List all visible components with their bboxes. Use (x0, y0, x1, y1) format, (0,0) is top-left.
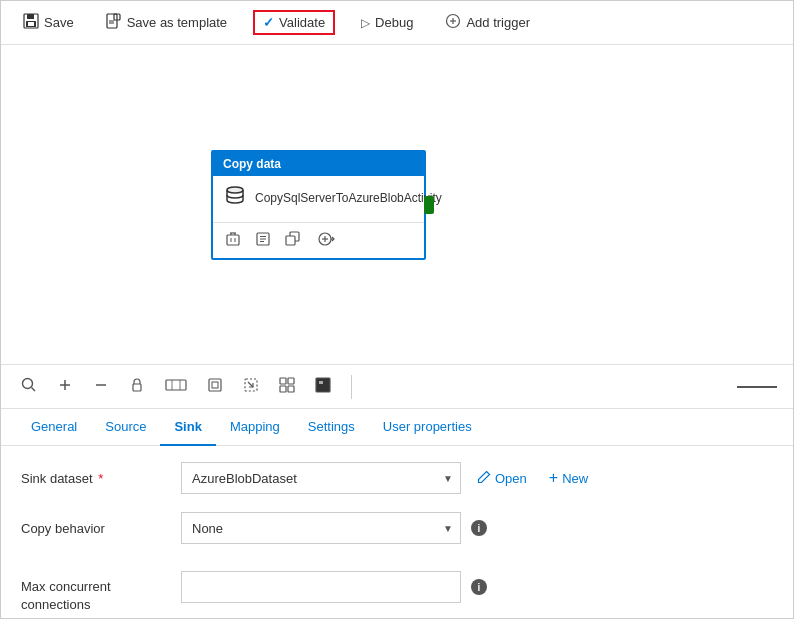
sink-dataset-row: Sink dataset * AzureBlobDataset ▼ (21, 460, 773, 496)
max-concurrent-label: Max concurrent connections (21, 560, 181, 615)
svg-rect-46 (319, 381, 323, 384)
activity-right-connector[interactable] (424, 196, 434, 214)
pencil-icon (477, 470, 491, 487)
svg-rect-43 (280, 386, 286, 392)
svg-rect-37 (209, 379, 221, 391)
pipeline-canvas[interactable]: Copy data CopySqlServerToAzureBlobActivi… (1, 45, 793, 365)
svg-rect-38 (212, 382, 218, 388)
zoom-100-button[interactable] (161, 375, 191, 399)
svg-point-28 (23, 378, 33, 388)
debug-label: Debug (375, 15, 413, 30)
activity-card-header: Copy data (213, 152, 424, 176)
debug-play-icon: ▷ (361, 16, 370, 30)
activity-name: CopySqlServerToAzureBlobActivity (255, 191, 442, 207)
open-dataset-button[interactable]: Open (471, 466, 533, 491)
add-trigger-button[interactable]: Add trigger (439, 9, 536, 36)
new-dataset-button[interactable]: + New (543, 465, 594, 491)
tab-sink[interactable]: Sink (160, 409, 215, 446)
new-label: New (562, 471, 588, 486)
svg-rect-45 (316, 378, 330, 392)
copy-behavior-select[interactable]: None (181, 512, 461, 544)
copy-data-activity-card[interactable]: Copy data CopySqlServerToAzureBlobActivi… (211, 150, 426, 260)
debug-button[interactable]: ▷ Debug (355, 11, 419, 34)
add-trigger-label: Add trigger (466, 15, 530, 30)
bottom-panel: General Source Sink Mapping Settings Use… (1, 409, 793, 619)
database-icon (223, 184, 247, 214)
svg-rect-12 (227, 235, 239, 245)
sink-form: Sink dataset * AzureBlobDataset ▼ (1, 446, 793, 619)
tab-general[interactable]: General (17, 409, 91, 446)
validate-check-icon: ✓ (263, 15, 274, 30)
save-template-icon (106, 13, 122, 32)
save-label: Save (44, 15, 74, 30)
auto-layout-button[interactable] (275, 375, 299, 399)
svg-rect-1 (27, 14, 34, 19)
fit-selection-button[interactable] (239, 375, 263, 399)
svg-line-40 (248, 382, 253, 387)
max-concurrent-controls: i (181, 571, 773, 603)
activity-card-body: CopySqlServerToAzureBlobActivity (213, 176, 424, 222)
sink-dataset-label: Sink dataset * (21, 471, 181, 486)
tab-settings[interactable]: Settings (294, 409, 369, 446)
copy-behavior-row: Copy behavior None ▼ i (21, 510, 773, 546)
delete-activity-button[interactable] (223, 229, 243, 252)
sink-dataset-controls: AzureBlobDataset ▼ Open + New (181, 462, 773, 494)
save-as-template-label: Save as template (127, 15, 227, 30)
copy-behavior-label: Copy behavior (21, 521, 181, 536)
tab-mapping[interactable]: Mapping (216, 409, 294, 446)
zoom-separator (351, 375, 352, 399)
svg-line-29 (32, 387, 36, 391)
zoom-out-button[interactable] (89, 375, 113, 399)
svg-rect-42 (288, 378, 294, 384)
add-new-icon: + (549, 469, 558, 487)
max-concurrent-info-icon: i (471, 579, 487, 595)
svg-rect-34 (166, 380, 186, 390)
fit-to-window-button[interactable] (203, 375, 227, 399)
tab-source[interactable]: Source (91, 409, 160, 446)
validate-label: Validate (279, 15, 325, 30)
svg-rect-41 (280, 378, 286, 384)
svg-rect-3 (28, 22, 34, 26)
add-activity-button[interactable] (313, 229, 337, 252)
clone-activity-button[interactable] (283, 229, 303, 252)
main-toolbar: Save Save as template ✓ Validate ▷ Debug (1, 1, 793, 45)
validate-button[interactable]: ✓ Validate (253, 10, 335, 35)
save-button[interactable]: Save (17, 9, 80, 36)
panel-resize-handle[interactable] (737, 386, 777, 388)
save-as-template-button[interactable]: Save as template (100, 9, 233, 36)
sink-dataset-select-wrapper: AzureBlobDataset ▼ (181, 462, 461, 494)
required-marker: * (98, 471, 103, 486)
minimap-button[interactable] (311, 375, 335, 399)
fit-lock-button[interactable] (125, 375, 149, 399)
zoom-toolbar (1, 365, 793, 409)
max-concurrent-row: Max concurrent connections i (21, 560, 773, 615)
save-icon (23, 13, 39, 32)
copy-behavior-info-icon: i (471, 520, 487, 536)
svg-rect-33 (133, 384, 141, 391)
zoom-in-button[interactable] (53, 375, 77, 399)
tab-navigation: General Source Sink Mapping Settings Use… (1, 409, 793, 446)
open-label: Open (495, 471, 527, 486)
copy-behavior-controls: None ▼ i (181, 512, 773, 544)
svg-point-11 (227, 187, 243, 193)
tab-user-properties[interactable]: User properties (369, 409, 486, 446)
svg-rect-23 (286, 236, 295, 245)
copy-behavior-select-wrapper: None ▼ (181, 512, 461, 544)
sink-dataset-select[interactable]: AzureBlobDataset (181, 462, 461, 494)
add-trigger-icon (445, 13, 461, 32)
view-runs-button[interactable] (253, 229, 273, 252)
max-concurrent-input[interactable] (181, 571, 461, 603)
activity-card-actions (213, 222, 424, 258)
search-zoom-button[interactable] (17, 375, 41, 399)
svg-rect-44 (288, 386, 294, 392)
